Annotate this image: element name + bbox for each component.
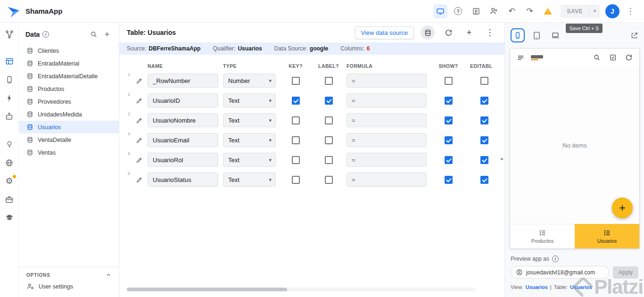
sidebar-table-item[interactable]: Ventas <box>19 146 119 159</box>
label-checkbox[interactable] <box>325 176 333 184</box>
label-checkbox[interactable] <box>325 77 333 85</box>
connect-tab-icon[interactable] <box>3 157 16 169</box>
column-type-select[interactable]: Text ▾ <box>223 133 276 147</box>
key-checkbox[interactable] <box>292 77 300 85</box>
save-options-caret[interactable]: ▾ <box>589 5 600 18</box>
table-overflow-menu-icon[interactable]: ⋮ <box>483 25 497 40</box>
manage-tab-icon[interactable] <box>3 193 16 206</box>
preview-select-icon[interactable] <box>607 52 619 63</box>
key-checkbox[interactable] <box>292 97 300 105</box>
formula-input[interactable] <box>347 133 427 147</box>
preview-sync-icon[interactable] <box>623 52 635 63</box>
editable-checkbox[interactable] <box>480 156 488 164</box>
label-checkbox[interactable] <box>325 136 333 144</box>
save-button[interactable]: SAVE <box>561 5 589 18</box>
add-table-icon[interactable]: + <box>102 29 112 40</box>
add-column-icon[interactable]: + <box>462 25 476 40</box>
edit-column-icon[interactable] <box>136 77 143 84</box>
sidebar-table-item[interactable]: EntradaMaterialDetalle <box>19 70 119 82</box>
preview-search-icon[interactable] <box>591 52 603 63</box>
sidebar-table-item[interactable]: Productos <box>19 82 119 95</box>
column-name-input[interactable] <box>148 153 218 167</box>
show-checkbox[interactable] <box>445 116 453 124</box>
preview-toggle-icon[interactable] <box>433 4 447 18</box>
edit-column-icon[interactable] <box>136 97 143 104</box>
warning-icon[interactable] <box>541 4 555 18</box>
data-tab-icon[interactable] <box>3 55 16 67</box>
edit-column-icon[interactable] <box>136 137 143 144</box>
edit-column-icon[interactable] <box>136 157 143 164</box>
key-checkbox[interactable] <box>292 116 300 124</box>
add-item-fab[interactable]: + <box>612 198 633 218</box>
column-name-input[interactable] <box>148 113 218 127</box>
column-name-input[interactable] <box>148 93 218 107</box>
tab-productos[interactable]: Productos <box>510 224 575 248</box>
column-type-select[interactable]: Text ▾ <box>223 93 276 107</box>
help-icon[interactable]: ? <box>451 4 465 18</box>
formula-input[interactable] <box>347 153 427 167</box>
edit-column-icon[interactable] <box>136 117 143 124</box>
show-checkbox[interactable] <box>445 156 453 164</box>
preview-user-email-field[interactable]: josuedavidvl18@gmail.com <box>511 266 609 279</box>
formula-input[interactable] <box>347 113 427 127</box>
settings-tab-icon[interactable]: ⚙ <box>3 175 16 187</box>
scrollbar-thumb[interactable] <box>127 288 287 291</box>
sidebar-table-item[interactable]: Proveedores <box>19 95 119 108</box>
footer-table-link[interactable]: Usuarios <box>570 284 592 290</box>
key-checkbox[interactable] <box>292 156 300 164</box>
sidebar-table-item[interactable]: EntradaMaterial <box>19 57 119 70</box>
formula-input[interactable] <box>347 173 427 187</box>
redo-icon[interactable]: ↷ <box>523 4 537 18</box>
label-checkbox[interactable] <box>325 116 333 124</box>
data-source-settings-icon[interactable] <box>421 25 435 40</box>
avatar[interactable]: J <box>605 4 619 18</box>
column-name-input[interactable] <box>148 74 218 88</box>
learn-tab-icon[interactable] <box>3 212 16 224</box>
column-type-select[interactable]: Text ▾ <box>223 153 276 167</box>
sidebar-table-item[interactable]: VentaDetalle <box>19 133 119 146</box>
overflow-menu-icon[interactable]: ⋮ <box>623 4 637 18</box>
show-checkbox[interactable] <box>445 77 453 85</box>
editable-checkbox[interactable] <box>480 176 488 184</box>
key-checkbox[interactable] <box>292 136 300 144</box>
undo-icon[interactable]: ↶ <box>505 4 519 18</box>
editable-checkbox[interactable] <box>480 77 488 85</box>
device-tablet-button[interactable] <box>529 28 544 42</box>
automation-tab-icon[interactable] <box>3 110 16 123</box>
show-checkbox[interactable] <box>445 136 453 144</box>
sidebar-table-item[interactable]: Clientes <box>19 44 119 57</box>
library-icon[interactable] <box>469 4 483 18</box>
device-phone-button[interactable] <box>511 28 525 42</box>
options-section-header[interactable]: OPTIONS <box>19 272 119 278</box>
editable-checkbox[interactable] <box>480 136 488 144</box>
show-checkbox[interactable] <box>445 97 453 105</box>
label-checkbox[interactable] <box>325 156 333 164</box>
show-checkbox[interactable] <box>445 176 453 184</box>
column-type-select[interactable]: Text ▾ <box>223 113 276 127</box>
column-name-input[interactable] <box>148 133 218 147</box>
views-tab-icon[interactable] <box>3 74 16 86</box>
editable-checkbox[interactable] <box>480 116 488 124</box>
app-structure-icon[interactable] <box>3 28 16 41</box>
column-type-select[interactable]: Text ▾ <box>223 173 276 187</box>
open-in-new-icon[interactable] <box>630 32 638 40</box>
label-checkbox[interactable] <box>325 97 333 105</box>
formula-input[interactable] <box>347 74 427 88</box>
apply-button[interactable]: Apply <box>613 266 638 279</box>
view-data-source-button[interactable]: View data source <box>355 26 414 39</box>
sidebar-table-item[interactable]: Usuarios <box>19 121 119 133</box>
intelligence-tab-icon[interactable] <box>3 138 16 150</box>
key-checkbox[interactable] <box>292 176 300 184</box>
actions-tab-icon[interactable] <box>3 92 16 104</box>
panel-collapse-icon[interactable]: ▸ <box>501 156 504 162</box>
footer-view-link[interactable]: Usuarios <box>526 284 548 290</box>
column-name-input[interactable] <box>148 173 218 187</box>
regenerate-structure-icon[interactable] <box>441 25 455 40</box>
user-settings-item[interactable]: User settings <box>19 278 119 290</box>
formula-input[interactable] <box>347 93 427 107</box>
edit-column-icon[interactable] <box>136 176 143 183</box>
sidebar-table-item[interactable]: UnidadesMedida <box>19 108 119 121</box>
device-desktop-button[interactable] <box>548 28 562 42</box>
search-icon[interactable] <box>89 29 99 40</box>
share-add-user-icon[interactable] <box>487 4 501 18</box>
